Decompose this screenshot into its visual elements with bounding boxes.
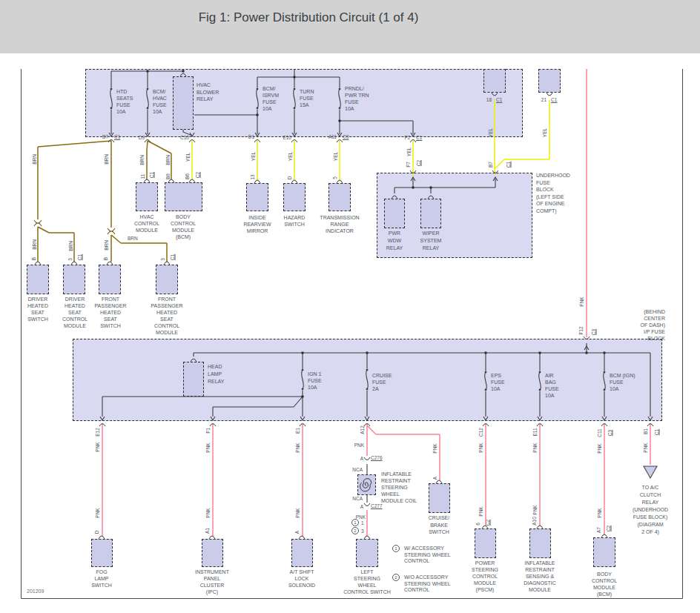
wiring-diagram-page: Fig 1: Power Distribution Circuit (1 of …: [0, 0, 700, 613]
diagram-code: 201209: [27, 589, 44, 594]
pink-wires: [102, 69, 650, 536]
node-dots: [146, 70, 606, 398]
coil-spiral-icon: [360, 479, 372, 491]
arrowheads: [100, 133, 653, 420]
wiring-svg: [0, 0, 700, 613]
fuse-symbols: [110, 88, 606, 391]
connector-arcs: [35, 73, 653, 539]
triangle-connector-b: [644, 466, 657, 478]
dark-wires: [102, 69, 650, 503]
brown-wires: [38, 141, 171, 262]
yellow-wires: [192, 100, 549, 180]
frame-border: [22, 69, 683, 599]
splice-symbols: [34, 220, 115, 234]
